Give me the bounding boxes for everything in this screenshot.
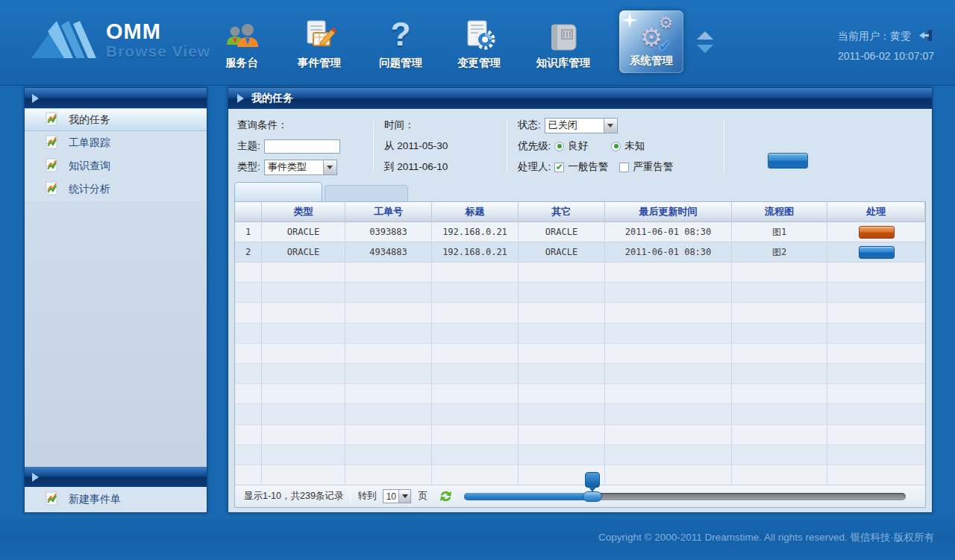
column-header-other[interactable]: 其它	[519, 202, 605, 221]
chart-doc-icon	[45, 491, 59, 508]
cell-order-no: 4934883	[345, 242, 432, 262]
row-action-button[interactable]	[859, 226, 895, 239]
sidebar-item-statistics[interactable]: 统计分析	[25, 177, 207, 201]
table-cell-empty	[432, 384, 519, 403]
table-cell-empty	[519, 324, 605, 343]
table-cell-empty	[432, 283, 519, 302]
sidebar-bottom-bar[interactable]	[25, 467, 207, 487]
refresh-icon[interactable]	[439, 490, 453, 503]
table-row-empty	[235, 283, 925, 303]
checkbox-general-alert[interactable]: ✔	[554, 163, 564, 172]
sidebar-item-my-tasks[interactable]: 我的任务	[25, 108, 207, 131]
table-cell-empty	[605, 344, 732, 363]
chart-doc-icon	[45, 158, 59, 174]
table-header-row: 类型 工单号 标题 其它 最后更新时间 流程图 处理	[235, 202, 925, 222]
radio-good[interactable]	[554, 142, 564, 151]
subject-input[interactable]	[264, 139, 340, 154]
cell-type: ORACLE	[262, 242, 345, 262]
slider-tooltip-marker[interactable]	[585, 472, 600, 488]
table-cell-empty	[732, 384, 827, 403]
slider-fill	[464, 493, 592, 500]
main-panel: 我的任务 查询条件： 主题: 类型: 事件类型 时间： 从 2011-05-30…	[228, 87, 933, 513]
user-info: 当前用户：黄雯 2011-06-02 10:07:07	[838, 29, 934, 62]
nav-label: 服务台	[225, 56, 258, 70]
table-cell-empty	[345, 283, 432, 302]
cell-order-no: 0393883	[345, 222, 432, 242]
table-cell-empty	[732, 465, 827, 485]
table-row-empty	[235, 445, 925, 465]
table-cell-empty	[262, 384, 345, 403]
column-header-index	[235, 202, 262, 221]
slider-handle[interactable]	[583, 491, 602, 502]
table-cell-empty	[827, 445, 925, 465]
table-cell-empty	[345, 425, 432, 444]
sidebar-header-bar[interactable]	[25, 88, 207, 108]
book-icon	[546, 12, 580, 52]
sidebar-menu: 我的任务 工单跟踪 知识查询	[25, 108, 207, 201]
goto-label: 转到	[357, 490, 376, 503]
table-row: 2 ORACLE 4934883 192.168.0.21 ORACLE 201…	[235, 242, 925, 262]
sidebar-item-knowledge-query[interactable]: 知识查询	[25, 154, 207, 177]
tab-1[interactable]	[234, 182, 322, 201]
table-cell-empty	[235, 445, 262, 465]
tab-2[interactable]	[325, 185, 408, 201]
chart-doc-icon	[45, 112, 59, 128]
table-row-empty	[235, 364, 925, 384]
nav-scroll-up-icon[interactable]	[697, 31, 713, 40]
type-select-value: 事件类型	[265, 160, 323, 174]
table-row-empty	[235, 425, 925, 445]
nav-item-service-desk[interactable]: 服务台	[206, 6, 278, 78]
table-cell-empty	[519, 364, 605, 383]
logout-icon[interactable]	[918, 29, 933, 44]
results-table: 类型 工单号 标题 其它 最后更新时间 流程图 处理 1 ORACLE 0393…	[234, 201, 926, 508]
logo-triangle-icon	[30, 16, 98, 64]
table-cell-empty	[262, 283, 345, 302]
nav-item-problem-mgmt[interactable]: ? 问题管理	[361, 6, 440, 78]
column-header-order-no[interactable]: 工单号	[345, 202, 432, 221]
page-size-select[interactable]: 10	[383, 489, 411, 503]
radio-unknown[interactable]	[611, 142, 621, 151]
nav-item-change-mgmt[interactable]: 变更管理	[440, 6, 518, 78]
status-select[interactable]: 已关闭	[545, 118, 618, 133]
document-pencil-icon	[301, 12, 337, 52]
page-suffix-label: 页	[418, 490, 428, 503]
nav-label: 问题管理	[379, 56, 422, 70]
nav-item-incident-mgmt[interactable]: 事件管理	[278, 6, 361, 78]
main-nav: 服务台 事件管理 ? 问题管理	[206, 6, 727, 78]
table-cell-empty	[605, 384, 732, 403]
nav-scroll-down-icon[interactable]	[697, 45, 713, 53]
table-cell-empty	[827, 404, 925, 424]
nav-item-system-mgmt[interactable]: ⚙ ⚙ ✔ 系统管理	[619, 10, 683, 73]
page-title: 我的任务	[251, 92, 293, 105]
column-header-flowchart[interactable]: 流程图	[732, 202, 827, 221]
cell-other: ORACLE	[519, 222, 605, 242]
table-cell-empty	[345, 324, 432, 343]
column-header-updated[interactable]: 最后更新时间	[605, 202, 732, 221]
column-header-action[interactable]: 处理	[827, 202, 925, 221]
cell-type: ORACLE	[262, 222, 345, 242]
row-action-button[interactable]	[859, 246, 895, 259]
cell-flowchart-link[interactable]: 图2	[732, 242, 827, 262]
chart-doc-icon	[45, 181, 59, 198]
sidebar-item-ticket-tracking[interactable]: 工单跟踪	[25, 131, 207, 154]
sidebar-item-new-incident[interactable]: 新建事件单	[25, 487, 207, 512]
divider	[724, 119, 724, 174]
type-label: 类型:	[237, 160, 260, 174]
arrow-right-icon	[32, 473, 39, 482]
column-header-type[interactable]: 类型	[262, 202, 345, 221]
panel-bottom-padding	[228, 508, 932, 512]
table-cell-empty	[605, 404, 732, 424]
type-select[interactable]: 事件类型	[264, 160, 337, 175]
query-form: 查询条件： 主题: 类型: 事件类型 时间： 从 2011-05-30 到 20…	[228, 109, 932, 181]
handler-label: 处理人:	[518, 160, 551, 174]
column-header-title[interactable]: 标题	[432, 202, 519, 221]
nav-item-knowledge-mgmt[interactable]: 知识库管理	[518, 6, 609, 78]
table-cell-empty	[432, 344, 519, 363]
table-cell-empty	[235, 324, 262, 343]
nav-label: 系统管理	[630, 54, 673, 68]
query-conditions-label: 查询条件：	[237, 117, 363, 133]
arrow-right-icon	[32, 94, 39, 103]
search-button[interactable]	[768, 153, 808, 169]
cell-flowchart-link[interactable]: 图1	[732, 222, 827, 242]
checkbox-severe-alert[interactable]	[619, 163, 629, 172]
